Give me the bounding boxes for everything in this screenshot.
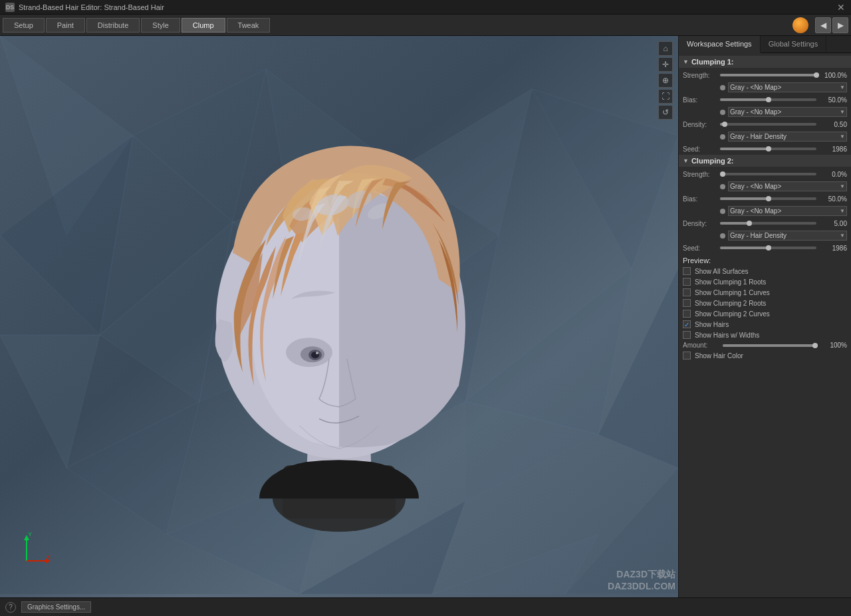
show-all-surfaces-row: Show All Surfaces xyxy=(679,266,851,276)
show-hairs-row: ✓ Show Hairs xyxy=(679,319,851,330)
preview-label: Preview: xyxy=(683,257,711,264)
clumping1-strength-map-arrow: ▼ xyxy=(840,84,845,90)
clumping2-strength-map-row: Gray - <No Map> ▼ xyxy=(716,180,851,193)
clumping1-triangle: ▼ xyxy=(683,58,689,65)
tab-global-settings[interactable]: Global Settings xyxy=(761,36,827,52)
clumping1-seed-label: Seed: xyxy=(683,146,720,153)
help-button[interactable]: ? xyxy=(5,602,16,613)
home-view-button[interactable]: ⌂ xyxy=(658,41,673,56)
fullscreen-button[interactable]: ⛶ xyxy=(658,89,673,104)
show-hairs-widths-checkbox[interactable] xyxy=(683,331,691,339)
clumping1-bias-slider[interactable] xyxy=(720,98,816,101)
show-clumping1-roots-checkbox[interactable] xyxy=(683,278,691,286)
clumping2-triangle: ▼ xyxy=(683,157,689,164)
clumping2-bias-slider-container: 50.0% xyxy=(720,195,847,203)
clumping2-density-label: Density: xyxy=(683,220,720,227)
clumping2-seed-slider[interactable] xyxy=(720,247,816,249)
clumping2-density-map-arrow: ▼ xyxy=(840,233,845,239)
amount-value: 100% xyxy=(818,342,847,349)
right-panel: Workspace Settings Global Settings ▼ Clu… xyxy=(678,36,851,597)
clumping1-density-label: Density: xyxy=(683,121,720,128)
title-text: Strand-Based Hair Editor: Strand-Based H… xyxy=(19,3,164,11)
show-hair-color-checkbox[interactable] xyxy=(683,352,691,359)
reset-view-button[interactable]: ↺ xyxy=(658,105,673,120)
clumping1-seed-slider[interactable] xyxy=(720,148,816,150)
clumping2-density-slider[interactable] xyxy=(720,222,816,225)
clumping2-strength-row: Strength: 0.0% xyxy=(679,168,851,180)
tab-setup[interactable]: Setup xyxy=(3,18,45,33)
graphics-settings-button[interactable]: Graphics Settings... xyxy=(21,601,91,613)
clumping2-bias-map-dropdown[interactable]: Gray - <No Map> ▼ xyxy=(728,206,847,216)
viewport[interactable]: ⌂ ✛ ⊕ ⛶ ↺ Y X DAZ3D下载站 DAZ3DDL.COM xyxy=(0,36,678,597)
clumping2-seed-label: Seed: xyxy=(683,245,720,252)
clumping2-label: Clumping 2: xyxy=(691,157,734,165)
clumping1-bias-map-dropdown[interactable]: Gray - <No Map> ▼ xyxy=(728,107,847,117)
amount-thumb xyxy=(812,343,818,348)
undo-redo-group: ◀ ▶ xyxy=(815,17,848,33)
svg-text:Y: Y xyxy=(28,531,32,538)
clumping1-strength-map-row: Gray - <No Map> ▼ xyxy=(716,81,851,94)
clumping2-strength-slider[interactable] xyxy=(720,173,816,175)
clumping1-density-slider[interactable] xyxy=(720,123,816,126)
clumping1-label: Clumping 1: xyxy=(691,58,734,66)
title-bar-left: DS Strand-Based Hair Editor: Strand-Base… xyxy=(5,3,164,12)
clumping2-seed-value: 1986 xyxy=(818,245,847,252)
toolbar: Setup Paint Distribute Style Clump Tweak… xyxy=(0,15,851,36)
clumping2-strength-map-dropdown[interactable]: Gray - <No Map> ▼ xyxy=(728,181,847,191)
clumping2-bias-slider[interactable] xyxy=(720,197,816,200)
tab-tweak[interactable]: Tweak xyxy=(227,18,271,33)
show-hairs-widths-row: Show Hairs w/ Widths xyxy=(679,330,851,340)
preview-header-row: Preview: xyxy=(679,254,851,266)
redo-button[interactable]: ▶ xyxy=(832,17,848,33)
amount-slider[interactable] xyxy=(723,344,815,347)
clumping2-bias-fill xyxy=(720,197,769,200)
undo-button[interactable]: ◀ xyxy=(815,17,831,33)
clumping2-strength-label: Strength: xyxy=(683,171,720,178)
clumping2-density-map-dropdown[interactable]: Gray - Hair Density ▼ xyxy=(728,231,847,241)
clumping2-header[interactable]: ▼ Clumping 2: xyxy=(679,155,851,167)
clumping1-seed-thumb xyxy=(766,146,771,152)
panel-content: ▼ Clumping 1: Strength: 100.0% Gray - xyxy=(679,53,851,597)
tab-paint[interactable]: Paint xyxy=(46,18,85,33)
clumping1-density-map-arrow: ▼ xyxy=(840,134,845,140)
clumping2-density-dot xyxy=(720,233,725,239)
clumping1-strength-slider[interactable] xyxy=(720,74,816,76)
viewport-tools: ⌂ ✛ ⊕ ⛶ ↺ xyxy=(658,41,673,120)
clumping2-density-map-row: Gray - Hair Density ▼ xyxy=(716,229,851,242)
head-3d-model xyxy=(180,106,499,545)
show-clumping2-roots-checkbox[interactable] xyxy=(683,299,691,307)
tab-clump[interactable]: Clump xyxy=(182,18,225,33)
show-clumping2-curves-row: Show Clumping 2 Curves xyxy=(679,308,851,319)
show-hairs-label: Show Hairs xyxy=(695,321,729,328)
show-hairs-checkmark: ✓ xyxy=(684,321,689,328)
clumping1-header[interactable]: ▼ Clumping 1: xyxy=(679,56,851,68)
show-clumping2-curves-checkbox[interactable] xyxy=(683,310,691,318)
show-hair-color-row: Show Hair Color xyxy=(679,350,851,361)
clumping2-strength-thumb xyxy=(720,171,725,177)
show-clumping2-roots-row: Show Clumping 2 Roots xyxy=(679,298,851,308)
move-tool-button[interactable]: ✛ xyxy=(658,57,673,72)
mode-indicator xyxy=(792,17,808,33)
show-clumping1-roots-row: Show Clumping 1 Roots xyxy=(679,276,851,287)
tab-distribute[interactable]: Distribute xyxy=(86,18,140,33)
tab-workspace-settings[interactable]: Workspace Settings xyxy=(679,36,761,53)
close-button[interactable]: ✕ xyxy=(836,3,846,12)
clumping2-density-thumb xyxy=(747,221,752,226)
show-clumping1-curves-label: Show Clumping 1 Curves xyxy=(695,289,770,296)
clumping1-seed-row: Seed: 1986 xyxy=(679,143,851,155)
clumping1-density-map-dropdown[interactable]: Gray - Hair Density ▼ xyxy=(728,132,847,142)
clumping1-strength-map-dropdown[interactable]: Gray - <No Map> ▼ xyxy=(728,82,847,92)
show-clumping1-curves-checkbox[interactable] xyxy=(683,288,691,296)
clumping1-bias-fill xyxy=(720,98,769,101)
status-bar: ? Graphics Settings... xyxy=(0,597,851,616)
zoom-tool-button[interactable]: ⊕ xyxy=(658,73,673,88)
clumping1-density-thumb xyxy=(722,122,727,127)
clumping1-strength-dot xyxy=(720,85,725,90)
show-hair-color-label: Show Hair Color xyxy=(695,352,743,359)
tab-style[interactable]: Style xyxy=(141,18,180,33)
show-hairs-checkbox[interactable]: ✓ xyxy=(683,320,691,328)
show-clumping1-curves-row: Show Clumping 1 Curves xyxy=(679,287,851,298)
clumping2-seed-fill xyxy=(720,247,769,249)
show-all-surfaces-checkbox[interactable] xyxy=(683,267,691,275)
clumping2-seed-thumb xyxy=(766,245,771,251)
